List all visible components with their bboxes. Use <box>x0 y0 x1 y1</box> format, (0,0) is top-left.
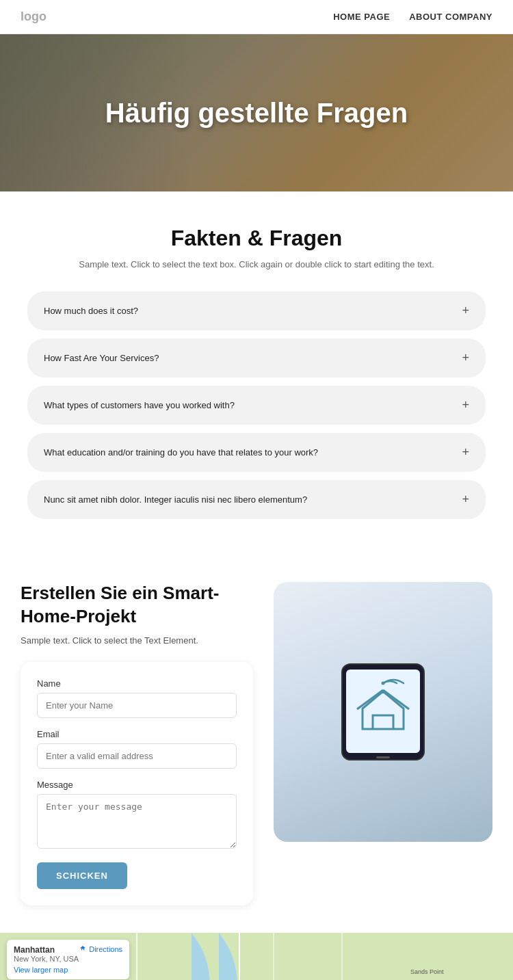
hero-title: Häufig gestellte Fragen <box>105 98 408 129</box>
message-input[interactable] <box>37 794 237 849</box>
faq-expand-icon-3: + <box>462 398 469 412</box>
place-address: New York, NY, USA <box>14 955 79 963</box>
faq-question-5: Nunc sit amet nibh dolor. Integer iaculi… <box>44 494 307 505</box>
nav-links: HOME PAGE ABOUT COMPANY <box>333 12 492 22</box>
logo: logo <box>21 10 47 24</box>
svg-text:Sands Point: Sands Point <box>410 968 444 975</box>
message-group: Message <box>37 780 237 851</box>
nav-about[interactable]: ABOUT COMPANY <box>409 12 492 22</box>
faq-item-5[interactable]: Nunc sit amet nibh dolor. Integer iaculi… <box>27 480 486 519</box>
smart-subtitle: Sample text. Click to select the Text El… <box>21 635 253 646</box>
map-popup-header: Manhattan New York, NY, USA Directions <box>14 945 122 963</box>
faq-heading: Fakten & Fragen <box>27 226 486 251</box>
faq-expand-icon-5: + <box>462 492 469 507</box>
faq-item-2[interactable]: How Fast Are Your Services? + <box>27 339 486 378</box>
email-label: Email <box>37 729 237 739</box>
name-group: Name <box>37 678 237 718</box>
faq-subtitle: Sample text. Click to select the text bo… <box>27 259 486 269</box>
name-input[interactable] <box>37 693 237 718</box>
map-popup: Manhattan New York, NY, USA Directions V… <box>7 940 129 979</box>
view-larger-link[interactable]: View larger map <box>14 966 122 974</box>
faq-question-1: How much does it cost? <box>44 306 138 316</box>
faq-question-4: What education and/or training do you ha… <box>44 447 318 458</box>
smart-heading: Erstellen Sie ein Smart-Home-Projekt <box>21 582 253 628</box>
hero-section: Häufig gestellte Fragen <box>0 34 513 191</box>
smart-home-icon <box>328 657 438 767</box>
faq-section: Fakten & Fragen Sample text. Click to se… <box>0 191 513 548</box>
map-popup-info: Manhattan New York, NY, USA <box>14 945 79 963</box>
email-input[interactable] <box>37 743 237 769</box>
faq-question-3: What types of customers have you worked … <box>44 400 235 410</box>
faq-expand-icon-4: + <box>462 445 469 460</box>
navigation: logo HOME PAGE ABOUT COMPANY <box>0 0 513 34</box>
faq-expand-icon-2: + <box>462 351 469 365</box>
nav-home[interactable]: HOME PAGE <box>333 12 390 22</box>
submit-button[interactable]: SCHICKEN <box>37 862 127 889</box>
smart-home-section: Erstellen Sie ein Smart-Home-Projekt Sam… <box>0 548 513 933</box>
svg-point-4 <box>382 682 385 685</box>
message-label: Message <box>37 780 237 790</box>
smart-right-col <box>274 582 492 842</box>
map-section: MANHATTAN QUEENS BROOKLYN Newark New Yor… <box>0 933 513 980</box>
email-group: Email <box>37 729 237 769</box>
faq-item-4[interactable]: What education and/or training do you ha… <box>27 433 486 472</box>
map-background: MANHATTAN QUEENS BROOKLYN Newark New Yor… <box>0 933 513 980</box>
smart-left-col: Erstellen Sie ein Smart-Home-Projekt Sam… <box>21 582 253 905</box>
directions-link[interactable]: Directions <box>79 945 122 953</box>
place-name: Manhattan <box>14 945 79 955</box>
tablet-image <box>274 582 492 842</box>
faq-question-2: How Fast Are Your Services? <box>44 353 159 363</box>
faq-item-1[interactable]: How much does it cost? + <box>27 291 486 330</box>
faq-item-3[interactable]: What types of customers have you worked … <box>27 386 486 425</box>
faq-expand-icon-1: + <box>462 304 469 318</box>
svg-rect-5 <box>376 756 390 758</box>
directions-label: Directions <box>89 945 122 953</box>
name-label: Name <box>37 678 237 689</box>
contact-form: Name Email Message SCHICKEN <box>21 662 253 905</box>
